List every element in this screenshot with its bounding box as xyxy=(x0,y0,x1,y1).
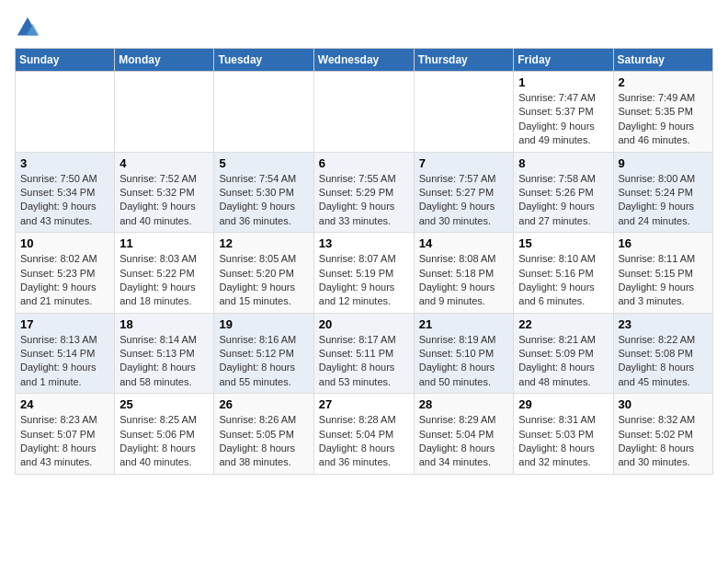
calendar-cell: 26Sunrise: 8:26 AM Sunset: 5:05 PM Dayli… xyxy=(214,394,313,475)
day-info: Sunrise: 8:22 AM Sunset: 5:08 PM Dayligh… xyxy=(619,333,709,390)
day-info: Sunrise: 7:49 AM Sunset: 5:35 PM Dayligh… xyxy=(619,91,709,148)
day-info: Sunrise: 7:57 AM Sunset: 5:27 PM Dayligh… xyxy=(419,172,509,229)
day-info: Sunrise: 8:25 AM Sunset: 5:06 PM Dayligh… xyxy=(119,413,209,470)
calendar-cell: 19Sunrise: 8:16 AM Sunset: 5:12 PM Dayli… xyxy=(214,313,313,394)
header xyxy=(15,15,713,40)
day-info: Sunrise: 7:47 AM Sunset: 5:37 PM Dayligh… xyxy=(518,91,608,148)
calendar-week-row: 1Sunrise: 7:47 AM Sunset: 5:37 PM Daylig… xyxy=(16,72,713,153)
calendar-cell: 17Sunrise: 8:13 AM Sunset: 5:14 PM Dayli… xyxy=(16,313,115,394)
calendar-cell xyxy=(214,72,313,153)
day-info: Sunrise: 7:55 AM Sunset: 5:29 PM Dayligh… xyxy=(319,172,409,229)
day-number: 21 xyxy=(419,317,509,331)
calendar-week-row: 17Sunrise: 8:13 AM Sunset: 5:14 PM Dayli… xyxy=(16,313,713,394)
calendar-week-row: 24Sunrise: 8:23 AM Sunset: 5:07 PM Dayli… xyxy=(16,394,713,475)
calendar-cell: 9Sunrise: 8:00 AM Sunset: 5:24 PM Daylig… xyxy=(613,152,713,233)
calendar-cell: 3Sunrise: 7:50 AM Sunset: 5:34 PM Daylig… xyxy=(16,152,115,233)
day-number: 16 xyxy=(619,236,709,250)
day-number: 28 xyxy=(419,397,509,411)
day-number: 12 xyxy=(219,236,308,250)
logo-icon xyxy=(15,15,40,40)
calendar-cell: 12Sunrise: 8:05 AM Sunset: 5:20 PM Dayli… xyxy=(214,233,313,314)
day-info: Sunrise: 8:00 AM Sunset: 5:24 PM Dayligh… xyxy=(619,172,709,229)
day-number: 15 xyxy=(518,236,608,250)
day-number: 1 xyxy=(518,75,608,89)
calendar-cell: 1Sunrise: 7:47 AM Sunset: 5:37 PM Daylig… xyxy=(514,72,613,153)
day-number: 29 xyxy=(518,397,608,411)
day-number: 13 xyxy=(319,236,409,250)
day-info: Sunrise: 8:17 AM Sunset: 5:11 PM Dayligh… xyxy=(319,333,409,390)
calendar-cell: 23Sunrise: 8:22 AM Sunset: 5:08 PM Dayli… xyxy=(613,313,713,394)
calendar-cell: 8Sunrise: 7:58 AM Sunset: 5:26 PM Daylig… xyxy=(514,152,613,233)
day-number: 11 xyxy=(119,236,209,250)
calendar-cell: 22Sunrise: 8:21 AM Sunset: 5:09 PM Dayli… xyxy=(514,313,613,394)
calendar-cell: 29Sunrise: 8:31 AM Sunset: 5:03 PM Dayli… xyxy=(514,394,613,475)
column-header-friday: Friday xyxy=(514,49,613,72)
calendar-cell: 25Sunrise: 8:25 AM Sunset: 5:06 PM Dayli… xyxy=(115,394,214,475)
day-info: Sunrise: 8:10 AM Sunset: 5:16 PM Dayligh… xyxy=(518,252,608,309)
calendar-cell: 6Sunrise: 7:55 AM Sunset: 5:29 PM Daylig… xyxy=(313,152,414,233)
day-info: Sunrise: 7:58 AM Sunset: 5:26 PM Dayligh… xyxy=(518,172,608,229)
day-number: 8 xyxy=(518,156,608,170)
calendar-cell: 5Sunrise: 7:54 AM Sunset: 5:30 PM Daylig… xyxy=(214,152,313,233)
day-info: Sunrise: 7:50 AM Sunset: 5:34 PM Dayligh… xyxy=(20,172,109,229)
calendar-cell: 14Sunrise: 8:08 AM Sunset: 5:18 PM Dayli… xyxy=(414,233,514,314)
column-header-monday: Monday xyxy=(115,49,214,72)
calendar-week-row: 3Sunrise: 7:50 AM Sunset: 5:34 PM Daylig… xyxy=(16,152,713,233)
day-info: Sunrise: 8:29 AM Sunset: 5:04 PM Dayligh… xyxy=(419,413,509,470)
calendar-cell: 7Sunrise: 7:57 AM Sunset: 5:27 PM Daylig… xyxy=(414,152,514,233)
column-header-sunday: Sunday xyxy=(16,49,115,72)
day-number: 25 xyxy=(119,397,209,411)
column-header-saturday: Saturday xyxy=(613,49,713,72)
day-number: 9 xyxy=(619,156,709,170)
calendar-cell: 16Sunrise: 8:11 AM Sunset: 5:15 PM Dayli… xyxy=(613,233,713,314)
day-number: 5 xyxy=(219,156,308,170)
logo xyxy=(15,15,44,40)
calendar-cell: 30Sunrise: 8:32 AM Sunset: 5:02 PM Dayli… xyxy=(613,394,713,475)
day-info: Sunrise: 7:52 AM Sunset: 5:32 PM Dayligh… xyxy=(119,172,209,229)
day-number: 24 xyxy=(20,397,109,411)
calendar-cell: 21Sunrise: 8:19 AM Sunset: 5:10 PM Dayli… xyxy=(414,313,514,394)
day-info: Sunrise: 8:14 AM Sunset: 5:13 PM Dayligh… xyxy=(119,333,209,390)
day-number: 6 xyxy=(319,156,409,170)
calendar-header-row: SundayMondayTuesdayWednesdayThursdayFrid… xyxy=(16,49,713,72)
day-info: Sunrise: 8:16 AM Sunset: 5:12 PM Dayligh… xyxy=(219,333,308,390)
calendar-cell: 11Sunrise: 8:03 AM Sunset: 5:22 PM Dayli… xyxy=(115,233,214,314)
calendar-cell xyxy=(16,72,115,153)
day-number: 14 xyxy=(419,236,509,250)
calendar-cell: 4Sunrise: 7:52 AM Sunset: 5:32 PM Daylig… xyxy=(115,152,214,233)
calendar-week-row: 10Sunrise: 8:02 AM Sunset: 5:23 PM Dayli… xyxy=(16,233,713,314)
calendar-cell: 10Sunrise: 8:02 AM Sunset: 5:23 PM Dayli… xyxy=(16,233,115,314)
calendar-cell: 27Sunrise: 8:28 AM Sunset: 5:04 PM Dayli… xyxy=(313,394,414,475)
calendar-cell: 28Sunrise: 8:29 AM Sunset: 5:04 PM Dayli… xyxy=(414,394,514,475)
day-info: Sunrise: 8:11 AM Sunset: 5:15 PM Dayligh… xyxy=(619,252,709,309)
day-number: 20 xyxy=(319,317,409,331)
calendar-cell xyxy=(115,72,214,153)
column-header-tuesday: Tuesday xyxy=(214,49,313,72)
day-info: Sunrise: 8:02 AM Sunset: 5:23 PM Dayligh… xyxy=(20,252,109,309)
day-info: Sunrise: 8:05 AM Sunset: 5:20 PM Dayligh… xyxy=(219,252,308,309)
day-number: 22 xyxy=(518,317,608,331)
day-number: 3 xyxy=(20,156,109,170)
column-header-thursday: Thursday xyxy=(414,49,514,72)
day-info: Sunrise: 8:13 AM Sunset: 5:14 PM Dayligh… xyxy=(20,333,109,390)
day-info: Sunrise: 8:26 AM Sunset: 5:05 PM Dayligh… xyxy=(219,413,308,470)
calendar-cell: 18Sunrise: 8:14 AM Sunset: 5:13 PM Dayli… xyxy=(115,313,214,394)
day-number: 19 xyxy=(219,317,308,331)
day-info: Sunrise: 8:03 AM Sunset: 5:22 PM Dayligh… xyxy=(119,252,209,309)
day-number: 30 xyxy=(619,397,709,411)
day-number: 10 xyxy=(20,236,109,250)
day-number: 7 xyxy=(419,156,509,170)
day-info: Sunrise: 8:32 AM Sunset: 5:02 PM Dayligh… xyxy=(619,413,709,470)
calendar-cell xyxy=(414,72,514,153)
day-number: 17 xyxy=(20,317,109,331)
calendar-cell: 13Sunrise: 8:07 AM Sunset: 5:19 PM Dayli… xyxy=(313,233,414,314)
day-info: Sunrise: 8:19 AM Sunset: 5:10 PM Dayligh… xyxy=(419,333,509,390)
day-info: Sunrise: 8:21 AM Sunset: 5:09 PM Dayligh… xyxy=(518,333,608,390)
day-info: Sunrise: 8:31 AM Sunset: 5:03 PM Dayligh… xyxy=(518,413,608,470)
day-info: Sunrise: 8:07 AM Sunset: 5:19 PM Dayligh… xyxy=(319,252,409,309)
calendar-cell: 15Sunrise: 8:10 AM Sunset: 5:16 PM Dayli… xyxy=(514,233,613,314)
day-info: Sunrise: 8:23 AM Sunset: 5:07 PM Dayligh… xyxy=(20,413,109,470)
calendar-cell xyxy=(313,72,414,153)
day-number: 18 xyxy=(119,317,209,331)
day-info: Sunrise: 8:08 AM Sunset: 5:18 PM Dayligh… xyxy=(419,252,509,309)
